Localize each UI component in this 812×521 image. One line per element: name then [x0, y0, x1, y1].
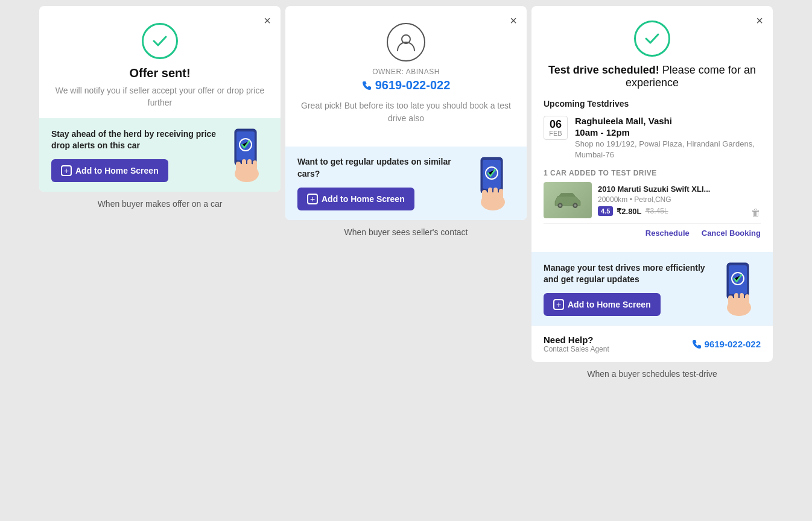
svg-point-22: [574, 204, 576, 207]
banner-left-3: Manage your test drives more efficiently…: [544, 262, 710, 316]
car-rating: 4.5: [598, 206, 613, 216]
help-title: Need Help?: [544, 335, 609, 345]
help-phone-number: 9619-022-022: [705, 339, 761, 349]
panel1-top: Offer sent! We will notify you if seller…: [39, 6, 281, 118]
add-to-home-screen-button-1[interactable]: + Add to Home Screen: [51, 159, 168, 182]
date-day: 06: [549, 119, 562, 130]
help-phone[interactable]: 9619-022-022: [692, 339, 761, 349]
car-meta: 20000km • Petrol,CNG: [598, 195, 761, 204]
car-price-old: ₹3.45L: [645, 207, 668, 215]
banner-text-2: Want to get regular updates on similar c…: [297, 156, 464, 180]
panel3-close-button[interactable]: ×: [756, 14, 763, 27]
banner-text: Stay ahead of the herd by receiving pric…: [51, 128, 218, 152]
svg-rect-30: [740, 293, 744, 304]
panel3: × Test drive scheduled! Please come for …: [531, 6, 773, 362]
svg-rect-15: [482, 190, 487, 200]
svg-rect-29: [734, 293, 738, 304]
panel3-wrapper: × Test drive scheduled! Please come for …: [531, 6, 773, 379]
car-thumb-inner: [544, 182, 592, 218]
test-drive-title: Test drive scheduled! Please come for an…: [544, 64, 761, 89]
panel1-caption: When buyer makes offer on a car: [98, 199, 223, 209]
testdrive-info: Raghuleela Mall, Vashi 10am - 12pm Shop …: [575, 116, 761, 160]
svg-rect-8: [253, 160, 257, 170]
car-item: 2010 Maruti Suzuki Swift XLI... 20000km …: [544, 182, 761, 218]
offer-sent-subtitle: We will notify you if seller accept your…: [54, 85, 266, 109]
car-name: 2010 Maruti Suzuki Swift XLI...: [598, 185, 761, 194]
add-btn-label-3: Add to Home Screen: [568, 300, 651, 309]
owner-phone: 9619-022-022: [300, 78, 512, 92]
reschedule-link[interactable]: Reschedule: [645, 229, 690, 238]
date-box: 06 FEB: [544, 116, 568, 140]
offer-sent-checkmark: [142, 23, 178, 59]
panel3-header: Test drive scheduled! Please come for an…: [544, 21, 761, 89]
phone-hand-illustration-2: [471, 156, 515, 210]
add-btn-label-2: Add to Home Screen: [322, 194, 405, 204]
add-btn-label-1: Add to Home Screen: [75, 166, 159, 175]
cars-added-label: 1 CAR ADDED TO TEST DRIVE: [544, 169, 761, 177]
owner-avatar: [387, 23, 425, 62]
svg-point-21: [559, 204, 561, 207]
plus-icon-2: +: [307, 194, 318, 204]
need-help-section: Need Help? Contact Sales Agent 9619-022-…: [531, 326, 773, 362]
svg-rect-18: [499, 189, 503, 198]
similar-cars-banner: Want to get regular updates on similar c…: [285, 147, 527, 220]
cancel-booking-link[interactable]: Cancel Booking: [702, 229, 761, 238]
panel2-top: OWNER: ABINASH 9619-022-022 Great pick! …: [285, 6, 527, 134]
panel2: × OWNER: ABINASH 9619-022-022 Great pick…: [285, 6, 527, 220]
plus-icon-3: +: [553, 299, 564, 310]
add-to-home-screen-button-3[interactable]: + Add to Home Screen: [544, 293, 661, 316]
help-left: Need Help? Contact Sales Agent: [544, 335, 609, 353]
svg-rect-28: [728, 295, 733, 305]
car-thumbnail: [544, 182, 592, 218]
test-drive-checkmark: [634, 21, 670, 57]
car-details: 2010 Maruti Suzuki Swift XLI... 20000km …: [598, 185, 761, 216]
date-month: FEB: [549, 130, 562, 137]
venue-address: Shop no 191/192, Powai Plaza, Hirandani …: [575, 139, 761, 160]
svg-rect-31: [745, 294, 749, 304]
svg-rect-6: [242, 159, 246, 170]
help-subtitle: Contact Sales Agent: [544, 345, 609, 353]
car-price-current: ₹2.80L: [617, 207, 641, 216]
banner-left: Stay ahead of the herd by receiving pric…: [51, 128, 218, 182]
phone-hand-illustration-3: [717, 262, 761, 316]
svg-rect-17: [493, 188, 498, 198]
panel2-wrapper: × OWNER: ABINASH 9619-022-022 Great pick…: [285, 6, 527, 237]
car-price-row: 4.5 ₹2.80L ₹3.45L: [598, 206, 761, 216]
svg-rect-16: [488, 188, 492, 198]
banner-text-3: Manage your test drives more efficiently…: [544, 262, 710, 286]
panel2-close-button[interactable]: ×: [510, 14, 517, 27]
svg-rect-7: [247, 159, 252, 170]
panel1: × Offer sent! We will notify you if sell…: [39, 6, 281, 192]
owner-phone-number: 9619-022-022: [375, 78, 451, 92]
action-links: Reschedule Cancel Booking: [544, 223, 761, 245]
time-slot: 10am - 12pm: [575, 127, 761, 137]
banner-left-2: Want to get regular updates on similar c…: [297, 156, 464, 210]
owner-label: OWNER: ABINASH: [300, 68, 512, 76]
panel2-caption: When buyer sees seller's contact: [344, 227, 468, 237]
phone-hand-illustration-1: [225, 128, 268, 182]
panel1-wrapper: × Offer sent! We will notify you if sell…: [39, 6, 281, 209]
testdrive-card: 06 FEB Raghuleela Mall, Vashi 10am - 12p…: [544, 116, 761, 160]
panel3-caption: When a buyer schedules test-drive: [587, 369, 717, 379]
plus-icon-1: +: [61, 165, 72, 176]
add-to-home-screen-button-2[interactable]: + Add to Home Screen: [297, 188, 414, 210]
panel2-description: Great pick! But before its too late you …: [300, 99, 512, 125]
manage-testdrive-banner: Manage your test drives more efficiently…: [531, 252, 773, 326]
offer-sent-title: Offer sent!: [54, 66, 266, 80]
svg-rect-5: [236, 162, 241, 171]
upcoming-testdrives-label: Upcoming Testdrives: [544, 99, 761, 109]
panel1-close-button[interactable]: ×: [264, 14, 271, 27]
price-drop-banner: Stay ahead of the herd by receiving pric…: [39, 118, 281, 192]
panel3-top: Test drive scheduled! Please come for an…: [531, 6, 773, 252]
venue-name: Raghuleela Mall, Vashi: [575, 116, 761, 126]
delete-car-icon[interactable]: 🗑: [751, 207, 761, 218]
